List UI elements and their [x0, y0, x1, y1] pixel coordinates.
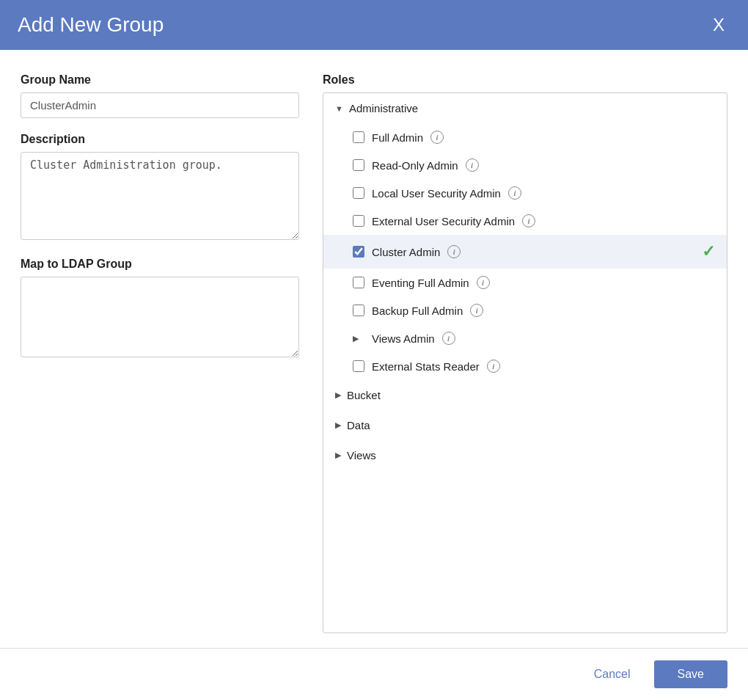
- ldap-label: Map to LDAP Group: [21, 258, 299, 271]
- role-external-stats-reader: External Stats Reader i: [323, 352, 727, 380]
- role-readonly-admin-label: Read-Only Admin: [372, 159, 458, 172]
- arrow-views-admin: ▶: [353, 334, 359, 343]
- checkbox-local-user-security-admin[interactable]: [353, 187, 364, 199]
- info-icon-readonly-admin: i: [466, 158, 479, 172]
- ldap-input[interactable]: [21, 277, 299, 357]
- left-panel: Group Name Description Cluster Administr…: [21, 73, 299, 633]
- save-button[interactable]: Save: [654, 660, 727, 688]
- role-local-user-security-admin: Local User Security Admin i: [323, 179, 727, 207]
- info-icon-views-admin: i: [442, 332, 455, 345]
- info-icon-external-stats-reader: i: [487, 360, 500, 373]
- checkbox-backup-full-admin[interactable]: [353, 305, 364, 316]
- add-new-group-dialog: Add New Group X Group Name Description C…: [0, 0, 748, 700]
- checkbox-readonly-admin[interactable]: [353, 159, 364, 171]
- info-icon-external-user-security-admin: i: [522, 214, 535, 227]
- role-full-admin-label: Full Admin: [372, 131, 423, 144]
- cancel-button[interactable]: Cancel: [582, 662, 642, 687]
- category-bucket[interactable]: ▶ Bucket: [323, 380, 727, 410]
- role-external-user-security-admin: External User Security Admin i: [323, 207, 727, 235]
- category-administrative-label: Administrative: [349, 102, 418, 114]
- role-external-user-security-admin-label: External User Security Admin: [372, 215, 515, 227]
- info-icon-full-admin: i: [430, 131, 444, 144]
- group-name-input[interactable]: [21, 92, 299, 118]
- checkmark-cluster-admin: ✓: [702, 242, 715, 261]
- description-field: Description Cluster Administration group…: [21, 133, 299, 243]
- category-data[interactable]: ▶ Data: [323, 410, 727, 440]
- right-panel: Roles ▼ Administrative Full Admin i Read…: [323, 73, 727, 633]
- roles-label: Roles: [323, 73, 727, 87]
- dialog-header: Add New Group X: [0, 0, 748, 50]
- info-icon-backup-full-admin: i: [470, 304, 483, 317]
- role-local-user-security-admin-label: Local User Security Admin: [372, 187, 501, 200]
- category-views-label: Views: [347, 449, 376, 462]
- category-data-label: Data: [347, 419, 370, 431]
- arrow-data: ▶: [335, 420, 341, 430]
- role-backup-full-admin-label: Backup Full Admin: [372, 305, 463, 317]
- checkbox-external-stats-reader[interactable]: [353, 360, 364, 372]
- arrow-views: ▶: [335, 451, 341, 460]
- info-icon-local-user-security-admin: i: [508, 186, 521, 200]
- category-administrative[interactable]: ▼ Administrative: [323, 93, 727, 123]
- role-eventing-full-admin: Eventing Full Admin i: [323, 269, 727, 296]
- group-name-label: Group Name: [21, 73, 299, 87]
- roles-list: ▼ Administrative Full Admin i Read-Only …: [323, 92, 727, 633]
- group-name-field: Group Name: [21, 73, 299, 118]
- info-icon-cluster-admin: i: [447, 245, 461, 258]
- arrow-bucket: ▶: [335, 390, 341, 400]
- dialog-title: Add New Group: [18, 13, 164, 37]
- checkbox-full-admin[interactable]: [353, 131, 364, 143]
- role-cluster-admin: Cluster Admin i ✓: [323, 235, 727, 269]
- category-bucket-label: Bucket: [347, 389, 381, 401]
- description-label: Description: [21, 133, 299, 146]
- role-cluster-admin-label: Cluster Admin: [372, 246, 440, 258]
- dialog-footer: Cancel Save: [0, 648, 748, 700]
- arrow-administrative: ▼: [335, 104, 343, 113]
- info-icon-eventing-full-admin: i: [477, 276, 490, 289]
- role-views-admin[interactable]: ▶ Views Admin i: [323, 324, 727, 352]
- role-full-admin: Full Admin i: [323, 123, 727, 151]
- role-readonly-admin: Read-Only Admin i: [323, 151, 727, 179]
- close-button[interactable]: X: [707, 13, 730, 37]
- checkbox-cluster-admin[interactable]: [353, 246, 364, 258]
- checkbox-external-user-security-admin[interactable]: [353, 215, 364, 227]
- checkbox-eventing-full-admin[interactable]: [353, 277, 364, 288]
- ldap-field: Map to LDAP Group: [21, 258, 299, 360]
- dialog-body: Group Name Description Cluster Administr…: [0, 50, 748, 648]
- role-eventing-full-admin-label: Eventing Full Admin: [372, 277, 469, 289]
- role-views-admin-label: Views Admin: [372, 332, 435, 345]
- role-external-stats-reader-label: External Stats Reader: [372, 360, 480, 373]
- description-input[interactable]: Cluster Administration group.: [21, 152, 299, 240]
- role-backup-full-admin: Backup Full Admin i: [323, 296, 727, 324]
- category-views[interactable]: ▶ Views: [323, 440, 727, 470]
